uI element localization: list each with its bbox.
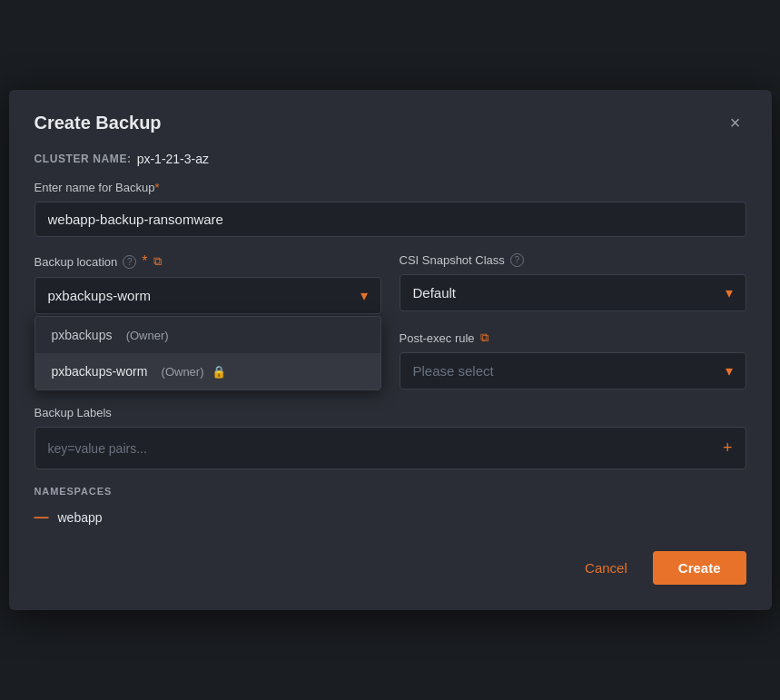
namespaces-section: NAMESPACES — webapp [35,486,746,529]
create-button[interactable]: Create [653,551,746,585]
dropdown-item-pxbackups-worm-owner: (Owner) [154,365,203,379]
backup-location-required: * [142,253,147,270]
backup-location-chevron-icon: ▾ [360,287,368,304]
cancel-button[interactable]: Cancel [570,553,642,583]
modal-overlay: Create Backup × CLUSTER NAME: px-1-21-3-… [0,0,780,700]
csi-snapshot-label: CSI Snapshot Class [400,253,505,267]
namespaces-title: NAMESPACES [35,486,746,497]
dropdown-item-pxbackups-worm[interactable]: pxbackups-worm (Owner) 🔒 [35,353,380,389]
post-exec-rule-group: Post-exec rule ⧉ Please select ▾ [400,330,746,389]
csi-snapshot-group: CSI Snapshot Class ? Default ▾ [400,253,746,314]
cluster-value: px-1-21-3-az [137,152,209,166]
csi-snapshot-label-row: CSI Snapshot Class ? [400,253,746,267]
backup-labels-plus-icon[interactable]: + [723,439,733,458]
backup-location-select[interactable]: pxbackups-worm ▾ [35,277,381,314]
backup-labels-input[interactable]: key=value pairs... + [35,427,746,469]
post-exec-rule-select[interactable]: Please select ▾ [400,352,746,389]
post-exec-rule-ext-link-icon[interactable]: ⧉ [480,330,489,345]
create-backup-modal: Create Backup × CLUSTER NAME: px-1-21-3-… [9,90,772,610]
csi-snapshot-help-icon: ? [510,253,524,267]
location-csi-row: Backup location ? * ⧉ pxbackups-worm ▾ p… [35,253,746,314]
backup-location-selected-value: pxbackups-worm [48,288,151,303]
modal-header: Create Backup × [35,112,746,133]
csi-snapshot-chevron-icon: ▾ [726,284,733,301]
backup-name-field-group: Enter name for Backup* [35,181,746,253]
namespace-name-webapp: webapp [58,510,103,525]
namespace-dash-icon: — [35,509,49,526]
lock-icon: 🔒 [212,365,226,379]
backup-location-label: Backup location [35,255,118,269]
post-exec-rule-label: Post-exec rule [400,331,475,345]
backup-labels-placeholder: key=value pairs... [48,441,147,456]
post-exec-rule-chevron-icon: ▾ [726,362,733,380]
backup-location-group: Backup location ? * ⧉ pxbackups-worm ▾ p… [35,253,381,314]
backup-name-label: Enter name for Backup* [35,181,746,194]
dropdown-item-pxbackups-name: pxbackups [52,328,113,342]
dropdown-item-pxbackups-worm-name: pxbackups-worm [52,364,148,379]
modal-title: Create Backup [35,113,162,133]
backup-location-ext-link-icon[interactable]: ⧉ [153,254,162,269]
cluster-name-row: CLUSTER NAME: px-1-21-3-az [35,152,746,166]
dropdown-item-pxbackups-owner: (Owner) [119,329,168,342]
backup-labels-label: Backup Labels [35,406,746,419]
dropdown-item-pxbackups[interactable]: pxbackups (Owner) [35,317,380,353]
csi-snapshot-select[interactable]: Default ▾ [400,274,746,311]
modal-footer: Cancel Create [35,551,746,585]
post-exec-rule-label-row: Post-exec rule ⧉ [400,330,746,345]
backup-location-help-icon: ? [123,255,136,269]
namespace-item-webapp: — webapp [35,506,746,529]
backup-location-label-row: Backup location ? * ⧉ [35,253,381,270]
csi-snapshot-selected-value: Default [413,285,457,301]
post-exec-rule-placeholder: Please select [413,363,494,379]
backup-labels-section: Backup Labels key=value pairs... + [35,406,746,469]
close-button[interactable]: × [725,112,746,133]
backup-location-dropdown: pxbackups (Owner) pxbackups-worm (Owner)… [35,316,381,390]
cluster-label: CLUSTER NAME: [35,153,132,165]
backup-name-input[interactable] [35,202,746,237]
